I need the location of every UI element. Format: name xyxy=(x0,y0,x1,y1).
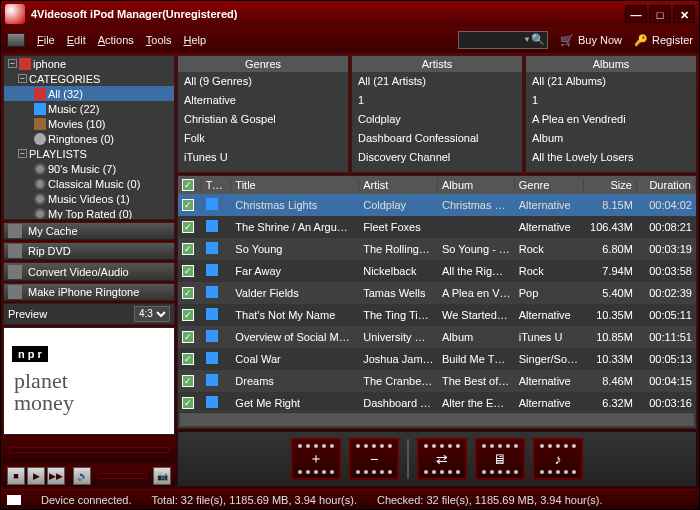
row-check[interactable]: ✓ xyxy=(182,309,194,321)
grid-row[interactable]: ✓Valder FieldsTamas WellsA Plea en V…Pop… xyxy=(178,282,696,304)
row-check[interactable]: ✓ xyxy=(182,243,194,255)
grid-row[interactable]: ✓That's Not My NameThe Ting Ti…We Starte… xyxy=(178,304,696,326)
collapse-icon[interactable]: − xyxy=(18,149,27,158)
search-wrap: ▼ 🔍 xyxy=(458,31,548,49)
row-check[interactable]: ✓ xyxy=(182,265,194,277)
key-icon: 🔑 xyxy=(634,34,648,47)
music-icon xyxy=(34,103,46,115)
volume-button[interactable]: 🔊 xyxy=(73,467,91,485)
grid-row[interactable]: ✓Coal WarJoshua JamesBuild Me Th…Singer/… xyxy=(178,348,696,370)
grid-row[interactable]: ✓Far AwayNickelbackAll the Rig…Rock7.94M… xyxy=(178,260,696,282)
app-icon xyxy=(5,4,25,24)
menu-tools[interactable]: Tools xyxy=(146,34,172,46)
row-check[interactable]: ✓ xyxy=(182,353,194,365)
filter-row[interactable]: All (21 Artists) xyxy=(352,72,522,91)
gear-icon xyxy=(34,193,46,205)
cell-genre: Alternative xyxy=(515,397,584,409)
check-all[interactable]: ✓ xyxy=(182,179,194,191)
menu-file[interactable]: File xyxy=(37,34,55,46)
filter-row[interactable]: Dashboard Confessional xyxy=(352,129,522,148)
status-checked: Checked: 32 file(s), 1185.69 MB, 3.94 ho… xyxy=(377,494,603,506)
horizontal-scrollbar[interactable] xyxy=(180,412,694,426)
tree-cat-music[interactable]: Music (22) xyxy=(4,101,174,116)
row-check[interactable]: ✓ xyxy=(182,287,194,299)
action-convert[interactable]: Convert Video/Audio xyxy=(3,262,175,280)
action-my-cache[interactable]: My Cache xyxy=(3,222,175,240)
filter-row[interactable]: Coldplay xyxy=(352,110,522,129)
col-check[interactable]: ✓ xyxy=(178,179,202,191)
grid-row[interactable]: ✓DreamsThe Cranber…The Best of…Alternati… xyxy=(178,370,696,392)
maximize-button[interactable]: □ xyxy=(649,5,671,23)
collapse-icon[interactable]: − xyxy=(18,74,27,83)
play-button[interactable]: ▶ xyxy=(27,467,45,485)
tree-pl[interactable]: Classical Music (0) xyxy=(4,176,174,191)
volume-slider[interactable] xyxy=(97,473,147,479)
col-duration[interactable]: Duration xyxy=(637,179,696,191)
tree-playlists[interactable]: −PLAYLISTS xyxy=(4,146,174,161)
filter-row[interactable]: All (21 Albums) xyxy=(526,72,696,91)
filter-row[interactable]: Album xyxy=(526,129,696,148)
row-check[interactable]: ✓ xyxy=(182,199,194,211)
action-rip-dvd[interactable]: Rip DVD xyxy=(3,242,175,260)
import-button[interactable]: ＋ xyxy=(291,438,341,480)
collapse-icon[interactable]: − xyxy=(8,59,17,68)
gear-icon xyxy=(34,208,46,220)
filter-row[interactable]: A Plea en Vendredi xyxy=(526,110,696,129)
action-ringtone[interactable]: Make iPhone Ringtone xyxy=(3,283,175,301)
buy-now-button[interactable]: 🛒 Buy Now xyxy=(560,34,622,47)
tree-cat-movies[interactable]: Movies (10) xyxy=(4,116,174,131)
seek-bar[interactable] xyxy=(9,447,169,453)
col-genre[interactable]: Genre xyxy=(515,179,584,191)
tree-pl[interactable]: My Top Rated (0) xyxy=(4,206,174,220)
filter-row[interactable]: Christian & Gospel xyxy=(178,110,348,129)
grid-row[interactable]: ✓The Shrine / An ArgumentFleet FoxesAlte… xyxy=(178,216,696,238)
to-device-button[interactable]: ⇄ xyxy=(417,438,467,480)
to-itunes-button[interactable]: ♪ xyxy=(533,438,583,480)
row-check[interactable]: ✓ xyxy=(182,221,194,233)
cell-title: Coal War xyxy=(231,353,359,365)
filter-row[interactable]: iTunes U xyxy=(178,148,348,167)
col-type[interactable]: Type xyxy=(202,179,232,191)
filter-row[interactable]: All the Lovely Losers xyxy=(526,148,696,167)
filter-row[interactable]: 1 xyxy=(526,91,696,110)
filter-row[interactable]: 1 xyxy=(352,91,522,110)
music-icon xyxy=(206,308,218,320)
tree-device[interactable]: −iphone xyxy=(4,56,174,71)
filter-row[interactable]: Alternative xyxy=(178,91,348,110)
grid-row[interactable]: ✓Get Me RightDashboard C…Alter the E…Alt… xyxy=(178,392,696,410)
tree-categories[interactable]: −CATEGORIES xyxy=(4,71,174,86)
remove-button[interactable]: − xyxy=(349,438,399,480)
filter-row[interactable]: Folk xyxy=(178,129,348,148)
filter-row[interactable]: Discovery Channel xyxy=(352,148,522,167)
to-pc-button[interactable]: 🖥 xyxy=(475,438,525,480)
minimize-button[interactable]: — xyxy=(625,5,647,23)
grid-row[interactable]: ✓Overview of Social MediaUniversity …Alb… xyxy=(178,326,696,348)
row-check[interactable]: ✓ xyxy=(182,397,194,409)
col-artist[interactable]: Artist xyxy=(359,179,438,191)
cell-title: Get Me Right xyxy=(231,397,359,409)
col-size[interactable]: Size xyxy=(584,179,637,191)
row-check[interactable]: ✓ xyxy=(182,331,194,343)
menu-edit[interactable]: Edit xyxy=(67,34,86,46)
grid-row[interactable]: ✓Christmas LightsColdplayChristmas L…Alt… xyxy=(178,194,696,216)
filter-row[interactable]: All (9 Genres) xyxy=(178,72,348,91)
grid-row[interactable]: ✓So YoungThe Rolling…So Young - …Rock6.8… xyxy=(178,238,696,260)
close-button[interactable]: ✕ xyxy=(673,5,695,23)
tree-pl[interactable]: Music Videos (1) xyxy=(4,191,174,206)
stop-button[interactable]: ■ xyxy=(7,467,25,485)
tree-cat-ringtones[interactable]: Ringtones (0) xyxy=(4,131,174,146)
menu-help[interactable]: Help xyxy=(184,34,207,46)
search-dropdown-icon[interactable]: ▼ xyxy=(523,35,531,44)
snapshot-button[interactable]: 📷 xyxy=(153,467,171,485)
search-icon[interactable]: 🔍 xyxy=(531,33,545,46)
row-check[interactable]: ✓ xyxy=(182,375,194,387)
tree-cat-all[interactable]: All (32) xyxy=(4,86,174,101)
col-title[interactable]: Title xyxy=(231,179,359,191)
cell-artist: Joshua James xyxy=(359,353,438,365)
menu-actions[interactable]: Actions xyxy=(98,34,134,46)
col-album[interactable]: Album xyxy=(438,179,515,191)
tree-pl[interactable]: 90's Music (7) xyxy=(4,161,174,176)
next-button[interactable]: ▶▶ xyxy=(47,467,65,485)
register-button[interactable]: 🔑 Register xyxy=(634,34,693,47)
aspect-select[interactable]: 4:3 xyxy=(134,306,170,322)
